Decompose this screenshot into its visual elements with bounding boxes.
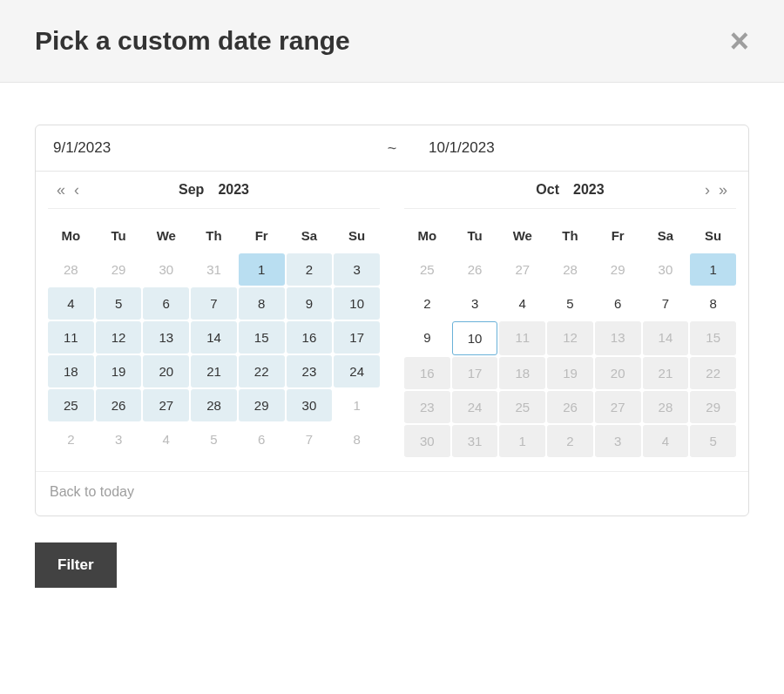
day-cell[interactable]: 25 (48, 389, 94, 421)
day-of-week-header: Fr (595, 219, 641, 252)
day-cell: 15 (690, 321, 736, 355)
day-cell: 5 (690, 425, 736, 457)
back-to-today-link[interactable]: Back to today (36, 471, 748, 515)
day-cell[interactable]: 6 (143, 287, 189, 320)
day-cell: 3 (595, 425, 641, 457)
calendar-left-month[interactable]: Sep (173, 182, 209, 198)
calendar-right-month[interactable]: Oct (531, 182, 564, 198)
day-cell[interactable]: 1 (690, 253, 736, 286)
day-cell[interactable]: 30 (143, 253, 189, 286)
prev-month-icon[interactable]: ‹ (74, 181, 79, 199)
day-cell[interactable]: 30 (643, 253, 689, 286)
prev-year-icon[interactable]: « (57, 181, 65, 199)
range-separator: ~ (373, 139, 411, 158)
content-area: ~ « ‹ Sep 2023 MoTuWeThFrSaSu28293031123… (0, 83, 784, 623)
day-cell[interactable]: 31 (191, 253, 237, 286)
day-of-week-header: Tu (452, 219, 498, 252)
day-cell: 12 (547, 321, 593, 355)
day-cell[interactable]: 2 (287, 253, 333, 286)
day-cell[interactable]: 25 (404, 253, 450, 286)
day-cell[interactable]: 4 (48, 287, 94, 320)
day-cell[interactable]: 29 (239, 389, 285, 421)
day-cell[interactable]: 13 (143, 321, 189, 354)
day-cell[interactable]: 4 (499, 287, 545, 320)
day-of-week-header: Th (547, 219, 593, 252)
day-cell: 24 (452, 391, 498, 423)
end-date-input[interactable] (411, 125, 748, 171)
calendar-right: Oct 2023 › » MoTuWeThFrSaSu2526272829301… (392, 172, 748, 471)
day-cell[interactable]: 15 (239, 321, 285, 354)
day-cell[interactable]: 30 (287, 389, 333, 421)
day-cell[interactable]: 17 (334, 321, 380, 354)
day-cell: 21 (643, 357, 689, 389)
day-cell[interactable]: 5 (96, 287, 142, 320)
day-cell[interactable]: 10 (452, 321, 498, 355)
day-cell[interactable]: 27 (143, 389, 189, 421)
day-cell[interactable]: 12 (96, 321, 142, 354)
day-cell[interactable]: 8 (334, 423, 380, 455)
next-month-icon[interactable]: › (705, 181, 710, 199)
day-cell[interactable]: 27 (499, 253, 545, 286)
day-cell[interactable]: 21 (191, 355, 237, 387)
next-year-icon[interactable]: » (719, 181, 727, 199)
day-of-week-header: Su (690, 219, 736, 252)
day-cell[interactable]: 7 (643, 287, 689, 320)
day-cell[interactable]: 4 (143, 423, 189, 455)
day-cell[interactable]: 6 (595, 287, 641, 320)
day-cell[interactable]: 28 (48, 253, 94, 286)
day-cell[interactable]: 2 (404, 287, 450, 320)
day-cell[interactable]: 23 (287, 355, 333, 387)
day-cell[interactable]: 24 (334, 355, 380, 387)
day-cell[interactable]: 8 (239, 287, 285, 320)
day-cell[interactable]: 16 (287, 321, 333, 354)
filter-button[interactable]: Filter (35, 542, 117, 588)
day-cell[interactable]: 8 (690, 287, 736, 320)
day-cell: 14 (643, 321, 689, 355)
day-cell[interactable]: 9 (287, 287, 333, 320)
day-cell[interactable]: 11 (48, 321, 94, 354)
day-cell[interactable]: 7 (191, 287, 237, 320)
day-cell[interactable]: 18 (48, 355, 94, 387)
day-cell: 28 (643, 391, 689, 423)
calendar-left-year[interactable]: 2023 (213, 182, 254, 198)
day-of-week-header: Tu (96, 219, 142, 252)
day-cell[interactable]: 3 (452, 287, 498, 320)
day-cell[interactable]: 28 (191, 389, 237, 421)
day-cell: 30 (404, 425, 450, 457)
day-cell[interactable]: 28 (547, 253, 593, 286)
calendar-left-header: « ‹ Sep 2023 (48, 172, 380, 209)
day-cell[interactable]: 1 (239, 253, 285, 286)
day-cell[interactable]: 1 (334, 389, 380, 421)
day-cell[interactable]: 7 (287, 423, 333, 455)
day-of-week-header: Sa (287, 219, 333, 252)
day-cell[interactable]: 26 (96, 389, 142, 421)
day-cell[interactable]: 9 (404, 321, 450, 355)
close-icon[interactable]: × (730, 24, 749, 57)
day-cell[interactable]: 20 (143, 355, 189, 387)
day-of-week-header: Sa (643, 219, 689, 252)
modal-header: Pick a custom date range × (0, 0, 784, 83)
day-cell[interactable]: 5 (191, 423, 237, 455)
day-cell[interactable]: 29 (96, 253, 142, 286)
calendar-left-grid: MoTuWeThFrSaSu28293031123456789101112131… (48, 209, 380, 455)
day-cell[interactable]: 2 (48, 423, 94, 455)
day-cell[interactable]: 29 (595, 253, 641, 286)
start-date-input[interactable] (36, 125, 373, 171)
day-cell[interactable]: 3 (334, 253, 380, 286)
day-cell: 1 (499, 425, 545, 457)
day-cell[interactable]: 22 (239, 355, 285, 387)
day-cell[interactable]: 14 (191, 321, 237, 354)
day-cell: 13 (595, 321, 641, 355)
day-cell[interactable]: 6 (239, 423, 285, 455)
day-cell[interactable]: 19 (96, 355, 142, 387)
day-cell: 17 (452, 357, 498, 389)
modal-title: Pick a custom date range (35, 26, 350, 56)
day-cell[interactable]: 26 (452, 253, 498, 286)
day-cell: 19 (547, 357, 593, 389)
day-cell[interactable]: 10 (334, 287, 380, 320)
day-cell: 20 (595, 357, 641, 389)
day-cell[interactable]: 3 (96, 423, 142, 455)
calendar-left: « ‹ Sep 2023 MoTuWeThFrSaSu2829303112345… (36, 172, 392, 471)
day-cell[interactable]: 5 (547, 287, 593, 320)
calendar-right-year[interactable]: 2023 (568, 182, 610, 198)
